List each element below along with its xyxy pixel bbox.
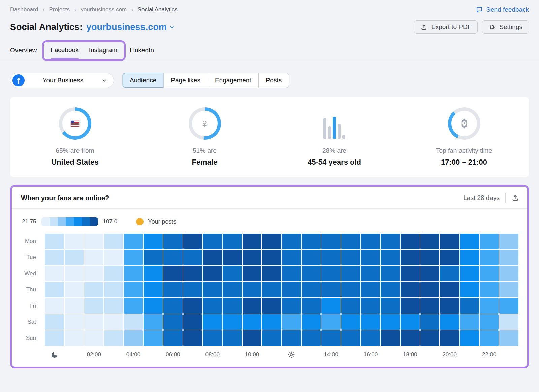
heatmap-cell-sat-20:00[interactable] [440, 314, 459, 330]
view-segment-posts[interactable]: Posts [259, 73, 289, 88]
heatmap-cell-sat-00:00[interactable] [45, 314, 64, 330]
heatmap-cell-mon-09:00[interactable] [223, 234, 242, 249]
heatmap-cell-fri-22:00[interactable] [480, 298, 499, 314]
heatmap-cell-mon-23:00[interactable] [499, 234, 518, 249]
heatmap-cell-fri-10:00[interactable] [243, 298, 262, 314]
heatmap-cell-mon-20:00[interactable] [440, 234, 459, 249]
heatmap-cell-wed-21:00[interactable] [460, 266, 479, 281]
heatmap-cell-wed-15:00[interactable] [341, 266, 360, 281]
heatmap-cell-wed-01:00[interactable] [65, 266, 84, 281]
heatmap-cell-tue-20:00[interactable] [440, 250, 459, 265]
heatmap-cell-fri-06:00[interactable] [163, 298, 183, 314]
heatmap-cell-sat-14:00[interactable] [321, 314, 341, 330]
heatmap-cell-mon-02:00[interactable] [84, 234, 103, 249]
heatmap-cell-fri-16:00[interactable] [361, 298, 380, 314]
heatmap-cell-mon-06:00[interactable] [163, 234, 183, 249]
heatmap-cell-fri-05:00[interactable] [144, 298, 163, 314]
heatmap-cell-sat-01:00[interactable] [65, 314, 84, 330]
heatmap-cell-tue-17:00[interactable] [381, 250, 400, 265]
heatmap-cell-mon-01:00[interactable] [65, 234, 84, 249]
heatmap-cell-tue-01:00[interactable] [65, 250, 84, 265]
heatmap-cell-wed-08:00[interactable] [203, 266, 222, 281]
heatmap-cell-thu-18:00[interactable] [401, 282, 420, 297]
heatmap-cell-fri-15:00[interactable] [341, 298, 360, 314]
heatmap-cell-thu-11:00[interactable] [262, 282, 281, 297]
heatmap-cell-fri-23:00[interactable] [499, 298, 518, 314]
heatmap-cell-fri-13:00[interactable] [302, 298, 321, 314]
heatmap-cell-wed-18:00[interactable] [401, 266, 420, 281]
heatmap-cell-wed-07:00[interactable] [183, 266, 202, 281]
heatmap-cell-thu-22:00[interactable] [480, 282, 499, 297]
heatmap-cell-thu-14:00[interactable] [321, 282, 341, 297]
heatmap-cell-wed-13:00[interactable] [302, 266, 321, 281]
heatmap-cell-mon-22:00[interactable] [480, 234, 499, 249]
heatmap-cell-thu-08:00[interactable] [203, 282, 222, 297]
heatmap-cell-mon-08:00[interactable] [203, 234, 222, 249]
heatmap-cell-mon-00:00[interactable] [45, 234, 64, 249]
heatmap-cell-thu-07:00[interactable] [183, 282, 202, 297]
heatmap-cell-thu-03:00[interactable] [104, 282, 123, 297]
heatmap-cell-tue-18:00[interactable] [401, 250, 420, 265]
heatmap-cell-thu-00:00[interactable] [45, 282, 64, 297]
view-segment-audience[interactable]: Audience [123, 73, 164, 88]
export-chart-button[interactable] [511, 194, 519, 202]
heatmap-cell-sat-19:00[interactable] [420, 314, 440, 330]
heatmap-cell-mon-07:00[interactable] [183, 234, 202, 249]
heatmap-cell-thu-04:00[interactable] [124, 282, 143, 297]
heatmap-cell-thu-12:00[interactable] [282, 282, 301, 297]
heatmap-cell-tue-14:00[interactable] [321, 250, 341, 265]
heatmap-cell-fri-00:00[interactable] [45, 298, 64, 314]
heatmap-cell-mon-18:00[interactable] [401, 234, 420, 249]
send-feedback-link[interactable]: Send feedback [476, 6, 529, 13]
heatmap-cell-fri-09:00[interactable] [223, 298, 242, 314]
tab-facebook[interactable]: Facebook [51, 46, 78, 54]
breadcrumb-project-domain[interactable]: yourbusiness.com [81, 6, 127, 13]
heatmap-cell-sat-04:00[interactable] [124, 314, 143, 330]
heatmap-cell-mon-17:00[interactable] [381, 234, 400, 249]
heatmap-cell-thu-20:00[interactable] [440, 282, 459, 297]
heatmap-cell-fri-18:00[interactable] [401, 298, 420, 314]
heatmap-cell-sun-16:00[interactable] [361, 330, 380, 346]
heatmap-cell-sun-10:00[interactable] [243, 330, 262, 346]
heatmap-cell-mon-21:00[interactable] [460, 234, 479, 249]
heatmap-cell-sat-18:00[interactable] [401, 314, 420, 330]
settings-button[interactable]: Settings [482, 20, 529, 34]
breadcrumb-dashboard[interactable]: Dashboard [10, 6, 38, 13]
heatmap-cell-wed-12:00[interactable] [282, 266, 301, 281]
heatmap-cell-mon-04:00[interactable] [124, 234, 143, 249]
heatmap-cell-fri-17:00[interactable] [381, 298, 400, 314]
heatmap-cell-tue-22:00[interactable] [480, 250, 499, 265]
view-segment-engagement[interactable]: Engagement [208, 73, 259, 88]
heatmap-cell-tue-21:00[interactable] [460, 250, 479, 265]
heatmap-cell-tue-23:00[interactable] [499, 250, 518, 265]
heatmap-cell-tue-02:00[interactable] [84, 250, 103, 265]
heatmap-cell-sun-01:00[interactable] [65, 330, 84, 346]
heatmap-cell-tue-13:00[interactable] [302, 250, 321, 265]
heatmap-cell-tue-07:00[interactable] [183, 250, 202, 265]
tab-overview[interactable]: Overview [10, 47, 37, 54]
heatmap-cell-sat-21:00[interactable] [460, 314, 479, 330]
heatmap-cell-fri-11:00[interactable] [262, 298, 281, 314]
heatmap-cell-sat-17:00[interactable] [381, 314, 400, 330]
heatmap-cell-sat-07:00[interactable] [183, 314, 202, 330]
heatmap-cell-sun-04:00[interactable] [124, 330, 143, 346]
heatmap-cell-sat-06:00[interactable] [163, 314, 183, 330]
heatmap-cell-sun-07:00[interactable] [183, 330, 202, 346]
heatmap-cell-thu-01:00[interactable] [65, 282, 84, 297]
heatmap-cell-mon-12:00[interactable] [282, 234, 301, 249]
heatmap-cell-thu-23:00[interactable] [499, 282, 518, 297]
heatmap-cell-sat-13:00[interactable] [302, 314, 321, 330]
heatmap-cell-tue-10:00[interactable] [243, 250, 262, 265]
heatmap-cell-sun-15:00[interactable] [341, 330, 360, 346]
heatmap-cell-thu-06:00[interactable] [163, 282, 183, 297]
heatmap-cell-mon-11:00[interactable] [262, 234, 281, 249]
heatmap-cell-sun-20:00[interactable] [440, 330, 459, 346]
heatmap-cell-sat-22:00[interactable] [480, 314, 499, 330]
heatmap-cell-fri-14:00[interactable] [321, 298, 341, 314]
heatmap-cell-tue-11:00[interactable] [262, 250, 281, 265]
heatmap-cell-wed-06:00[interactable] [163, 266, 183, 281]
heatmap-cell-sun-09:00[interactable] [223, 330, 242, 346]
heatmap-cell-tue-15:00[interactable] [341, 250, 360, 265]
heatmap-cell-wed-14:00[interactable] [321, 266, 341, 281]
breadcrumb-projects[interactable]: Projects [49, 6, 70, 13]
